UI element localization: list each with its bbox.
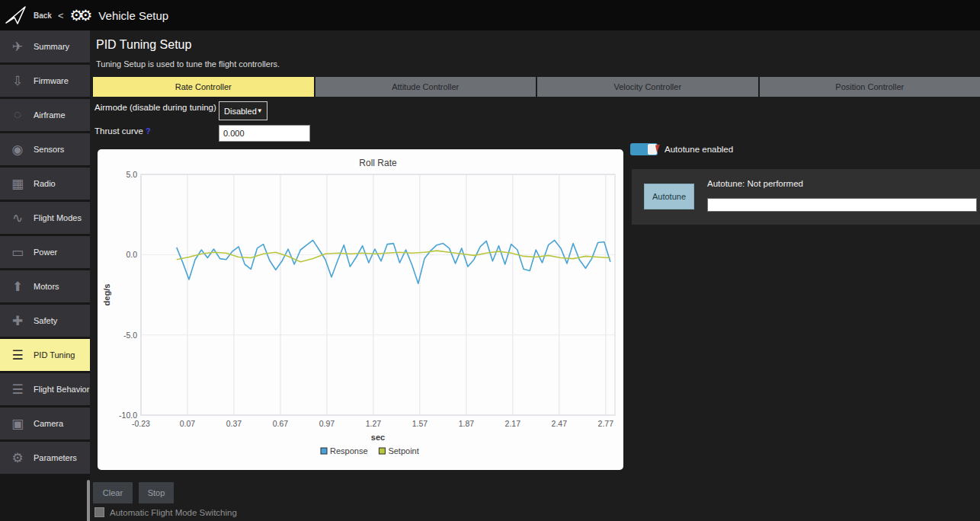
x-tick-label: 1.87 [459,419,475,428]
chart-line-response [177,240,610,283]
mouse-cursor-icon [655,144,661,152]
autotune-progress-bar [707,198,977,212]
sidebar-item-label: Safety [34,316,57,325]
y-tick-label: 0.0 [126,250,137,259]
sidebar-item-label: Camera [34,419,63,428]
dotted-circle-icon: ◌ [8,107,27,123]
autotune-status: Autotune: Not performed [707,179,803,188]
auto-flight-mode-checkbox[interactable] [94,507,104,517]
sidebar-item-label: Airframe [34,110,66,120]
sidebar-item-sensors[interactable]: ◉ Sensors [0,133,90,165]
camera-icon: ▣ [8,416,27,432]
sidebar-item-label: Flight Modes [34,213,82,222]
tab-position-controller[interactable]: Position Controller [760,77,980,97]
tab-velocity-controller[interactable]: Velocity Controller [537,77,758,97]
stop-button[interactable]: Stop [139,482,174,503]
sidebar-item-summary[interactable]: ✈ Summary [0,30,90,62]
breadcrumb-chevron: < [58,10,64,21]
sidebar-item-firmware[interactable]: ⇩ Firmware [0,65,90,97]
legend-label-response: Response [330,446,368,455]
sidebar-item-motors[interactable]: ⬆ Motors [0,270,90,302]
x-tick-label: 0.97 [319,419,335,428]
sidebar-item-label: Flight Behavior [34,385,89,394]
sidebar-item-label: Parameters [34,453,77,462]
sidebar-item-flight-modes[interactable]: ∿ Flight Modes [0,202,90,234]
tab-rate-controller[interactable]: Rate Controller [93,77,314,97]
chart-canvas: Roll Ratedeg/ssec5.00.0-5.0-10.0-0.230.0… [98,149,623,470]
thrust-curve-row: Thrust curve ? [94,126,151,136]
app-logo-paper-plane-icon[interactable] [5,5,27,26]
sidebar-item-airframe[interactable]: ◌ Airframe [0,99,90,131]
sidebar-item-safety[interactable]: ✚ Safety [0,305,90,337]
auto-flight-mode-label: Automatic Flight Mode Switching [110,508,237,517]
auto-flight-mode-row: Automatic Flight Mode Switching [94,507,237,517]
page-title: PID Tuning Setup [96,38,191,52]
airmode-dropdown[interactable]: Disabled ▼ [219,101,267,120]
sidebar-item-label: Power [34,248,57,257]
airmode-row: Airmode (disable during tuning) ? [94,103,224,112]
chevron-down-icon: ▼ [257,107,263,114]
wave-icon: ∿ [8,210,27,226]
sidebar-item-label: PID Tuning [34,350,75,360]
autotune-panel: Autotune Autotune: Not performed [632,169,980,225]
clear-button[interactable]: Clear [93,482,133,503]
tab-attitude-controller[interactable]: Attitude Controller [315,77,536,97]
sidebar-item-radio[interactable]: ▦ Radio [0,168,90,200]
legend-swatch-setpoint [379,448,385,454]
main-content: PID Tuning Setup Tuning Setup is used to… [90,30,980,521]
vehicle-setup-gears-icon: ⚙⚙ [70,6,88,24]
airmode-dropdown-value: Disabled [224,107,257,116]
x-tick-label: 0.37 [226,419,242,428]
chart-title: Roll Rate [359,158,397,168]
first-aid-icon: ✚ [8,313,27,329]
thrust-curve-help-icon[interactable]: ? [146,126,151,136]
x-axis-label: sec [371,433,385,442]
autotune-button[interactable]: Autotune [644,184,694,209]
page-subtitle: Tuning Setup is used to tune the flight … [96,59,280,69]
sliders-icon: ☰ [8,347,27,363]
sidebar-item-parameters[interactable]: ⚙ Parameters [0,442,90,474]
y-axis-label: deg/s [102,284,111,306]
sidebar-item-camera[interactable]: ▣ Camera [0,408,90,439]
gears-icon: ⚙ [8,450,27,466]
thrust-curve-input[interactable] [219,125,310,142]
sidebar-item-label: Motors [34,282,59,291]
rc-transmitter-icon: ▦ [8,176,27,192]
autotune-toggle-switch[interactable] [630,143,658,155]
x-tick-label: 2.17 [505,419,521,428]
x-tick-label: 1.27 [366,419,382,428]
setup-sidebar: ✈ Summary ⇩ Firmware ◌ Airframe ◉ Sensor… [0,30,90,521]
y-tick-label: -5.0 [123,331,137,340]
sidebar-item-power[interactable]: ▭ Power [0,236,90,268]
sidebar-item-label: Summary [34,42,69,51]
x-tick-label: 1.57 [412,419,428,428]
legend-swatch-response [321,448,327,454]
controller-tabbar: Rate Controller Attitude Controller Velo… [93,77,980,97]
back-button[interactable]: Back [34,11,52,20]
roll-rate-chart: Roll Ratedeg/ssec5.00.0-5.0-10.0-0.230.0… [98,149,623,470]
airmode-label: Airmode (disable during tuning) [94,103,216,112]
x-tick-label: 0.67 [273,419,289,428]
download-icon: ⇩ [8,73,27,89]
x-tick-label: 2.47 [552,419,568,428]
sidebar-item-label: Firmware [34,76,69,85]
x-tick-label: -0.23 [132,419,150,428]
signal-icon: ◉ [8,142,27,158]
y-tick-label: 5.0 [126,170,137,179]
autotune-toggle-row: Autotune enabled [630,143,733,155]
paper-plane-icon: ✈ [8,39,27,55]
autotune-toggle-label: Autotune enabled [665,145,733,154]
window-title: Vehicle Setup [98,9,168,22]
x-tick-label: 2.77 [598,419,614,428]
sidebar-item-pid-tuning[interactable]: ☰ PID Tuning [0,339,90,371]
x-tick-label: 0.07 [180,419,196,428]
sliders-icon: ☰ [8,382,27,398]
sidebar-item-label: Radio [34,179,56,188]
battery-icon: ▭ [8,245,27,260]
plot-border [141,174,615,415]
motor-icon: ⬆ [8,279,27,295]
sidebar-item-flight-behavior[interactable]: ☰ Flight Behavior [0,373,90,405]
sidebar-item-label: Sensors [34,145,64,154]
legend-label-setpoint: Setpoint [388,446,418,455]
top-bar: Back < ⚙⚙ Vehicle Setup [0,0,980,30]
